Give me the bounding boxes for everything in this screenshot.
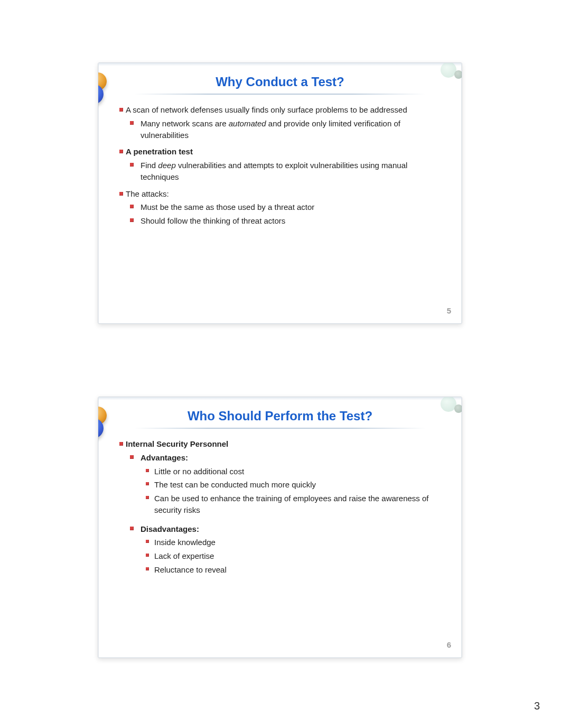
title-divider	[134, 428, 426, 429]
slide-content: A scan of network defenses usually finds…	[114, 104, 446, 227]
bullet-text-part: Find	[141, 161, 158, 170]
bullet-text: Reluctance to reveal	[154, 565, 227, 574]
bullet: Advantages:	[128, 452, 446, 464]
title-divider	[134, 94, 426, 95]
bullet: Disadvantages:	[128, 523, 446, 535]
bullet-text: A scan of network defenses usually finds…	[126, 105, 407, 114]
decoration-spheres-left-icon	[98, 72, 115, 104]
bullet: Many network scans are automated and pro…	[128, 118, 446, 141]
bullet-text: Disadvantages:	[141, 524, 199, 533]
bullet-text: Must be the same as those used by a thre…	[141, 202, 314, 211]
bullet: Find deep vulnerabilities and attempts t…	[128, 160, 446, 183]
slide-why-conduct-test: Why Conduct a Test? A scan of network de…	[98, 62, 462, 324]
bullet: Can be used to enhance the training of e…	[142, 493, 446, 516]
bullet: Little or no additional cost	[142, 466, 446, 477]
slide-content: Internal Security Personnel Advantages: …	[114, 438, 446, 576]
slide-who-should-perform: Who Should Perform the Test? Internal Se…	[98, 397, 462, 658]
bullet-text: Advantages:	[141, 453, 188, 462]
bullet: Internal Security Personnel	[117, 438, 446, 450]
bullet-text-part: vulnerabilities and attempts to exploit …	[141, 161, 407, 181]
bullet: The test can be conducted much more quic…	[142, 479, 446, 491]
bullet-text: The attacks:	[126, 189, 169, 198]
slide-number: 5	[447, 306, 451, 315]
bullet: A penetration test	[117, 146, 446, 158]
bullet: Must be the same as those used by a thre…	[128, 201, 446, 213]
bullet-text: Internal Security Personnel	[126, 439, 228, 448]
bullet: Inside knowledge	[142, 537, 446, 548]
bullet: A scan of network defenses usually finds…	[117, 104, 446, 116]
slide-title-row: Why Conduct a Test?	[114, 75, 446, 89]
bullet-text: A penetration test	[126, 147, 193, 156]
bullet: Reluctance to reveal	[142, 564, 446, 576]
decoration-spheres-left-icon	[98, 407, 115, 438]
bullet-text: Lack of expertise	[154, 551, 214, 560]
bullet-text: Little or no additional cost	[154, 467, 244, 476]
bullet-text: Should follow the thinking of threat act…	[141, 216, 285, 225]
bullet: The attacks:	[117, 188, 446, 200]
bullet-text-emphasis: deep	[158, 161, 175, 170]
bullet-text-part: Many network scans are	[141, 119, 229, 128]
page-number: 3	[534, 700, 540, 712]
bullet-text: The test can be conducted much more quic…	[154, 480, 316, 489]
bullet-text: Inside knowledge	[154, 538, 216, 547]
bullet-text-emphasis: automated	[229, 119, 266, 128]
bullet-text: Can be used to enhance the training of e…	[154, 494, 429, 514]
slide-title: Who Should Perform the Test?	[188, 409, 372, 423]
slide-number: 6	[447, 640, 451, 649]
slide-title: Why Conduct a Test?	[216, 75, 344, 89]
slide-title-row: Who Should Perform the Test?	[114, 409, 446, 423]
bullet: Lack of expertise	[142, 550, 446, 562]
bullet: Should follow the thinking of threat act…	[128, 215, 446, 227]
